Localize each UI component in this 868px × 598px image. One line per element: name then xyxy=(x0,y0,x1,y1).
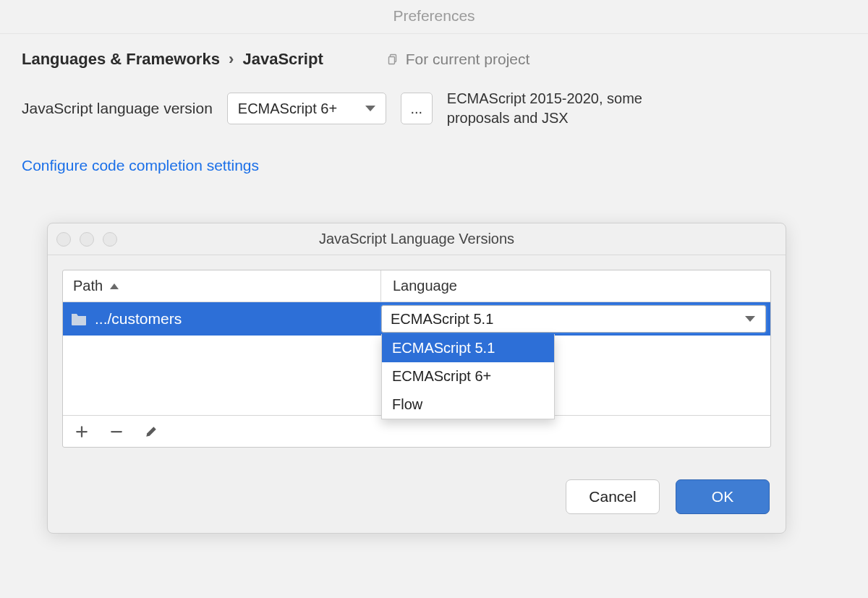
remove-button[interactable] xyxy=(109,424,124,439)
table-header: Path Language xyxy=(63,270,770,302)
sort-ascending-icon xyxy=(110,283,119,289)
preferences-titlebar: Preferences xyxy=(0,0,868,34)
table-row[interactable]: .../customers ECMAScript 5.1 ECMAScript … xyxy=(63,302,770,336)
dialog-title: JavaScript Language Versions xyxy=(48,231,786,247)
breadcrumb-seg1[interactable]: Languages & Frameworks xyxy=(22,50,220,68)
ellipsis-icon: ... xyxy=(410,101,422,117)
language-version-hint: ECMAScript 2015-2020, some proposals and… xyxy=(447,89,686,128)
row-language-dropdown: ECMAScript 5.1 ECMAScript 6+ Flow xyxy=(381,334,555,419)
dropdown-option[interactable]: ECMAScript 5.1 xyxy=(382,334,554,362)
ok-button-label: OK xyxy=(712,488,733,505)
cancel-button[interactable]: Cancel xyxy=(566,479,660,514)
edit-button[interactable] xyxy=(144,424,158,439)
breadcrumb-seg2[interactable]: JavaScript xyxy=(242,50,323,68)
window-close-icon[interactable] xyxy=(56,232,71,247)
project-scope-icon xyxy=(387,53,400,66)
configure-code-completion-link[interactable]: Configure code completion settings xyxy=(22,157,259,174)
preferences-title: Preferences xyxy=(393,7,475,24)
cell-path[interactable]: .../customers xyxy=(63,302,381,336)
breadcrumb: Languages & Frameworks › JavaScript xyxy=(22,50,323,69)
window-minimize-icon[interactable] xyxy=(80,232,94,247)
dropdown-option[interactable]: ECMAScript 6+ xyxy=(382,362,554,390)
language-version-more-button[interactable]: ... xyxy=(401,93,433,124)
folder-icon xyxy=(70,312,88,326)
language-version-label: JavaScript language version xyxy=(22,100,213,117)
column-header-path-label: Path xyxy=(73,278,103,294)
chevron-down-icon xyxy=(745,316,755,322)
project-scope-label: For current project xyxy=(387,51,530,68)
column-header-language[interactable]: Language xyxy=(381,278,770,294)
dialog-titlebar[interactable]: JavaScript Language Versions xyxy=(48,223,786,255)
dropdown-option[interactable]: Flow xyxy=(382,390,554,419)
language-version-selected: ECMAScript 6+ xyxy=(238,101,337,117)
dialog-body: Path Language .../customers xyxy=(48,255,786,462)
language-versions-dialog: JavaScript Language Versions Path Langua… xyxy=(47,223,786,534)
column-header-language-label: Language xyxy=(393,278,457,294)
breadcrumb-row: Languages & Frameworks › JavaScript For … xyxy=(22,50,846,69)
dialog-button-bar: Cancel OK xyxy=(48,462,786,533)
row-language-select[interactable]: ECMAScript 5.1 xyxy=(381,305,766,333)
project-scope-text: For current project xyxy=(406,51,530,68)
cell-language: ECMAScript 5.1 ECMAScript 5.1 ECMAScript… xyxy=(381,302,770,336)
language-version-select[interactable]: ECMAScript 6+ xyxy=(227,93,386,124)
window-controls xyxy=(56,232,117,247)
preferences-content: Languages & Frameworks › JavaScript For … xyxy=(0,34,868,190)
row-language-selected: ECMAScript 5.1 xyxy=(391,311,493,328)
cancel-button-label: Cancel xyxy=(589,488,636,505)
table-toolbar xyxy=(63,415,770,447)
chevron-down-icon xyxy=(365,106,375,111)
column-header-path[interactable]: Path xyxy=(63,270,381,302)
language-versions-table: Path Language .../customers xyxy=(62,270,771,448)
add-button[interactable] xyxy=(75,424,89,439)
language-version-row: JavaScript language version ECMAScript 6… xyxy=(22,89,846,128)
ok-button[interactable]: OK xyxy=(676,479,770,514)
cell-path-text: .../customers xyxy=(95,310,182,328)
svg-rect-1 xyxy=(388,57,394,64)
window-zoom-icon[interactable] xyxy=(103,232,117,247)
breadcrumb-sep: › xyxy=(229,50,234,68)
